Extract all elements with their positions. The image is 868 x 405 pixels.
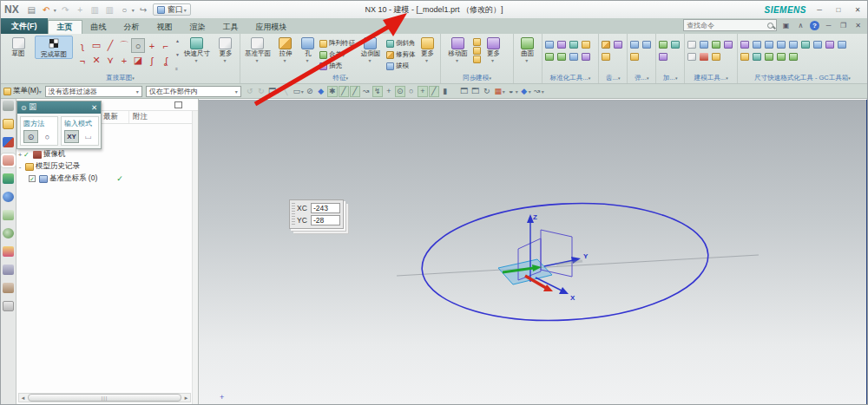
gc-tool-icon[interactable] [777,53,786,61]
constraint-navigator-icon[interactable] [3,137,14,147]
modeling-tool-icon[interactable] [687,53,696,61]
modeling-tool-icon[interactable] [700,53,708,61]
move-face-button[interactable]: 移动面 ▾ [444,36,471,63]
snap-endpoint-icon[interactable]: ╱ [339,86,349,97]
snap-point-on-curve-icon[interactable]: ╱ [429,86,439,97]
gc-tool-icon[interactable] [813,41,822,49]
undo-dropdown-icon[interactable]: ▾ [54,7,56,13]
gear-tool-icon[interactable] [602,53,610,61]
rapid-dimension-button[interactable]: 快速尺寸 ▾ [181,36,213,63]
history-clock-icon[interactable] [3,228,14,238]
group-label-standard-tools[interactable]: 标准化工具... ▾ [542,74,598,82]
surface-button[interactable]: 曲面 ▾ [516,36,539,63]
circle-tool-icon[interactable]: ○ [119,4,130,16]
menu-button[interactable]: 菜单(M) ▾ [3,86,42,96]
arc-icon[interactable]: ⌒ [117,38,131,53]
hole-button[interactable]: 孔 ▾ [299,36,318,63]
tree-row-history[interactable]: - 模型历史记录 [16,160,198,173]
feature-more-button[interactable]: 更多 ▾ [417,36,437,63]
dialog-close-icon[interactable]: ✕ [91,103,97,112]
group-label-modeling-tools[interactable]: 建模工具... ▾ [685,74,737,82]
close-button[interactable]: ✕ [852,4,864,15]
snap-spline-icon[interactable]: ↝ [361,86,372,97]
snap-midpoint-icon[interactable]: ╱ [350,86,360,97]
modeling-tool-icon[interactable] [687,41,696,49]
make-corner-icon[interactable]: + [117,53,131,68]
scroll-left-icon[interactable]: ◄ [19,395,27,401]
group-label-synchronous[interactable]: 同步建模 ▾ [441,74,512,82]
draft-button[interactable]: 拔模 [386,61,416,71]
datum-plane-button[interactable]: 基准平面 ▾ [243,36,273,63]
gc-tool-icon[interactable] [753,41,761,49]
window-palette-icon[interactable] [3,301,14,311]
selection-scope-combo[interactable]: 仅在工作部件内 ▾ [146,86,241,97]
circle-three-point-icon[interactable]: ○ [40,130,55,143]
roles-gear-icon[interactable] [3,101,14,111]
circle-center-diameter-icon[interactable]: ⊙ [23,130,38,143]
spring-tool-icon[interactable] [642,41,651,49]
minimize-ribbon-icon[interactable]: ∧ [795,20,806,31]
gc-tool-icon[interactable] [838,41,846,49]
rotate-view-icon[interactable]: ↻ [482,86,492,97]
palette-scroll[interactable]: ▲▼≡ [175,38,180,71]
group-label-gc-toolbox[interactable]: 尺寸快速格式化工具 - GC工具箱 ▾ [738,74,867,82]
snap-point-on-face-icon[interactable]: ▮ [440,86,450,97]
robot-icon[interactable] [3,283,14,293]
processing-tool-icon[interactable] [659,41,667,49]
std-tool-icon[interactable] [569,53,578,61]
snap-intersection-icon[interactable]: + [384,86,394,97]
modeling-tool-icon[interactable] [724,41,733,49]
solid-cube-icon[interactable]: ◆ [316,86,326,97]
pull-face-icon[interactable] [473,38,481,46]
gear-tool-icon[interactable] [602,41,610,49]
rectangle-icon[interactable]: ▭ [89,38,103,53]
web-browser-icon[interactable] [3,192,14,202]
offset-curve-icon[interactable]: ʃ [145,53,159,68]
snap-existing-point-icon[interactable]: + [418,86,428,97]
replace-face-icon[interactable] [473,56,481,63]
search-input[interactable] [687,22,763,29]
maximize-button[interactable]: □ [832,4,845,15]
tab-render[interactable]: 渲染 [181,20,214,34]
gc-tool-icon[interactable] [740,53,749,61]
minimize-button[interactable]: ─ [813,4,825,15]
doc-minimize-icon[interactable]: ─ [823,20,834,31]
snap-pole-icon[interactable]: ↯ [372,86,383,97]
modeling-tool-icon[interactable] [712,41,720,49]
tree-row-datum-csys[interactable]: ✓ 基准坐标系 (0) ✓ [16,173,198,185]
group-label-processing[interactable]: 加... ▾ [656,74,684,82]
tab-view[interactable]: 视图 [148,20,181,34]
part-navigator-icon[interactable] [3,155,14,166]
extrude-button[interactable]: 拉伸 ▾ [274,36,297,63]
trim-body-button[interactable]: 修剪体 [386,49,416,60]
pattern-feature-button[interactable]: 阵列特征 [319,38,355,49]
edge-blend-button[interactable]: 边倒圆 ▾ [357,36,385,63]
sketch-button[interactable]: 草图 [3,36,33,57]
gc-tool-icon[interactable] [825,41,834,49]
quick-trim-icon[interactable]: ◪ [131,53,145,68]
std-tool-icon[interactable] [545,53,554,61]
gc-tool-icon[interactable] [789,41,798,49]
tab-tools[interactable]: 工具 [214,20,247,34]
system-materials-icon[interactable] [3,246,14,257]
profile-icon[interactable]: ʅ [76,38,89,53]
column-comment[interactable]: 附注 [129,111,198,123]
gear-tool-icon[interactable] [614,41,622,49]
panel-vertical-scrollbar[interactable] [192,111,198,405]
trim-icon[interactable]: ✕ [89,53,103,68]
doc-restore-icon[interactable]: ❐ [838,20,849,31]
xy-coordinate-mode-button[interactable]: XY [64,130,79,143]
snap-enable-icon[interactable]: ✱ [327,86,338,97]
doc-close-icon[interactable]: ✕ [852,20,864,31]
shaded-view-icon[interactable]: 🗖 [459,86,470,97]
std-tool-icon[interactable] [557,41,566,49]
parameter-mode-icon[interactable]: ⌴ [81,130,95,143]
std-tool-icon[interactable] [582,41,590,49]
spring-tool-icon[interactable] [630,41,639,49]
tab-home[interactable]: 主页 [48,20,82,34]
modeling-tool-icon[interactable] [712,53,720,61]
panel-horizontal-scrollbar[interactable]: ◄ ||| ► [18,393,191,402]
gc-tool-icon[interactable] [765,41,773,49]
yc-input[interactable] [311,215,340,225]
tab-analysis[interactable]: 分析 [115,20,148,34]
